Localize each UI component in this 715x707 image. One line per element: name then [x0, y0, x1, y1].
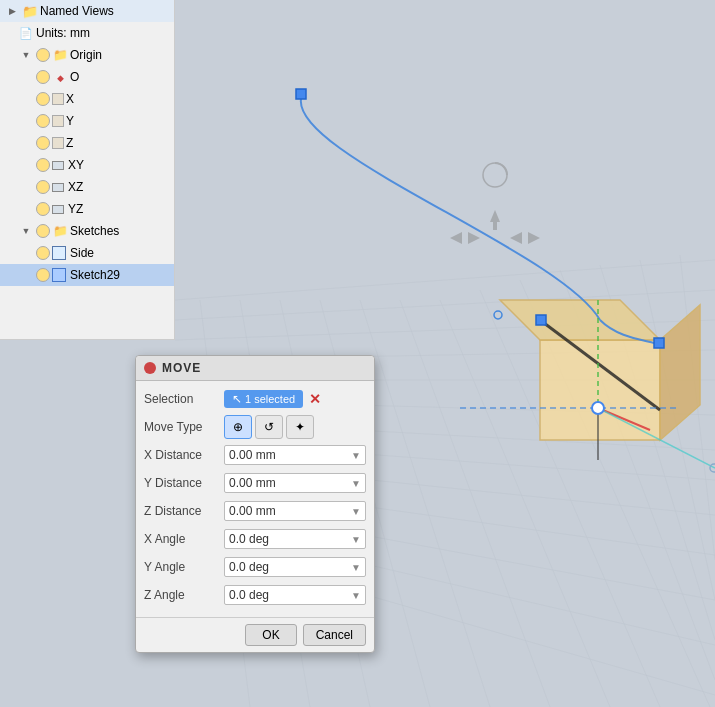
selection-row: Selection ↖ 1 selected ✕: [144, 387, 366, 411]
XY-plane-icon: [52, 161, 64, 170]
y-angle-text: 0.0 deg: [229, 560, 269, 574]
Y-axis-icon: [52, 115, 64, 127]
Y-bulb-icon: [36, 114, 50, 128]
clear-selection-button[interactable]: ✕: [307, 391, 323, 407]
X-label: X: [66, 92, 74, 106]
move-dialog: MOVE Selection ↖ 1 selected ✕ Move Type …: [135, 355, 375, 653]
free-icon: ✦: [295, 420, 305, 434]
YZ-plane-icon: [52, 205, 64, 214]
tree-item-Y[interactable]: Y: [0, 110, 174, 132]
z-angle-arrow: ▼: [351, 590, 361, 601]
origin-folder-icon: 📁: [52, 47, 68, 63]
Z-axis-icon: [52, 137, 64, 149]
selection-label: Selection: [144, 392, 224, 406]
y-distance-row: Y Distance 0.00 mm ▼: [144, 471, 366, 495]
tree-item-YZ[interactable]: YZ: [0, 198, 174, 220]
Sketch29-label: Sketch29: [70, 268, 120, 282]
free-transform-btn[interactable]: ✦: [286, 415, 314, 439]
O-point-icon: ⬥: [52, 69, 68, 85]
X-axis-icon: [52, 93, 64, 105]
dialog-body: Selection ↖ 1 selected ✕ Move Type ⊕ ↺: [136, 381, 374, 617]
svg-rect-37: [536, 315, 546, 325]
Sketch29-sketch-icon: [52, 268, 66, 282]
O-label: O: [70, 70, 79, 84]
move-type-buttons: ⊕ ↺ ✦: [224, 415, 314, 439]
z-angle-text: 0.0 deg: [229, 588, 269, 602]
selection-value: 1 selected: [245, 393, 295, 405]
y-distance-label: Y Distance: [144, 476, 224, 490]
Z-label: Z: [66, 136, 73, 150]
doc-icon: 📄: [18, 25, 34, 41]
dialog-close-dot[interactable]: [144, 362, 156, 374]
origin-bulb-icon: [36, 48, 50, 62]
y-distance-text: 0.00 mm: [229, 476, 276, 490]
translate-btn[interactable]: ⊕: [224, 415, 252, 439]
z-distance-text: 0.00 mm: [229, 504, 276, 518]
y-angle-value[interactable]: 0.0 deg ▼: [224, 557, 366, 577]
x-distance-arrow: ▼: [351, 450, 361, 461]
z-distance-value[interactable]: 0.00 mm ▼: [224, 501, 366, 521]
svg-rect-36: [296, 89, 306, 99]
cancel-button[interactable]: Cancel: [303, 624, 366, 646]
svg-rect-44: [493, 222, 497, 230]
tree-item-units[interactable]: 📄 Units: mm: [0, 22, 174, 44]
sketches-arrow-icon: ▼: [18, 223, 34, 239]
tree-item-origin-folder[interactable]: ▼ 📁 Origin: [0, 44, 174, 66]
XZ-bulb-icon: [36, 180, 50, 194]
Sketch29-bulb-icon: [36, 268, 50, 282]
XY-bulb-icon: [36, 158, 50, 172]
X-bulb-icon: [36, 92, 50, 106]
x-angle-value[interactable]: 0.0 deg ▼: [224, 529, 366, 549]
tree-item-Sketch29[interactable]: Sketch29: [0, 264, 174, 286]
y-distance-arrow: ▼: [351, 478, 361, 489]
Side-sketch-icon: [52, 246, 66, 260]
y-angle-row: Y Angle 0.0 deg ▼: [144, 555, 366, 579]
z-angle-label: Z Angle: [144, 588, 224, 602]
tree-item-Z[interactable]: Z: [0, 132, 174, 154]
cursor-icon: ↖: [232, 392, 242, 406]
sketches-bulb-icon: [36, 224, 50, 238]
move-type-label: Move Type: [144, 420, 224, 434]
x-distance-text: 0.00 mm: [229, 448, 276, 462]
YZ-label: YZ: [68, 202, 83, 216]
svg-rect-38: [654, 338, 664, 348]
z-angle-row: Z Angle 0.0 deg ▼: [144, 583, 366, 607]
Side-label: Side: [70, 246, 94, 260]
tree-item-sketches-folder[interactable]: ▼ 📁 Sketches: [0, 220, 174, 242]
x-distance-value[interactable]: 0.00 mm ▼: [224, 445, 366, 465]
Side-bulb-icon: [36, 246, 50, 260]
rotate-btn[interactable]: ↺: [255, 415, 283, 439]
tree-item-XY[interactable]: XY: [0, 154, 174, 176]
tree-panel: ▶ 📁 Named Views 📄 Units: mm ▼ 📁 Origin ⬥…: [0, 0, 175, 340]
y-angle-label: Y Angle: [144, 560, 224, 574]
x-distance-label: X Distance: [144, 448, 224, 462]
sketches-folder-icon: 📁: [52, 223, 68, 239]
YZ-bulb-icon: [36, 202, 50, 216]
sketches-label: Sketches: [70, 224, 119, 238]
Y-label: Y: [66, 114, 74, 128]
move-type-row: Move Type ⊕ ↺ ✦: [144, 415, 366, 439]
svg-marker-27: [540, 340, 660, 440]
XZ-plane-icon: [52, 183, 64, 192]
tree-item-X[interactable]: X: [0, 88, 174, 110]
z-angle-value[interactable]: 0.0 deg ▼: [224, 585, 366, 605]
XZ-label: XZ: [68, 180, 83, 194]
folder-icon: 📁: [22, 3, 38, 19]
collapse-arrow-icon: ▶: [4, 3, 20, 19]
tree-item-Side[interactable]: Side: [0, 242, 174, 264]
tree-item-named-views[interactable]: ▶ 📁 Named Views: [0, 0, 174, 22]
x-distance-row: X Distance 0.00 mm ▼: [144, 443, 366, 467]
x-angle-text: 0.0 deg: [229, 532, 269, 546]
y-distance-value[interactable]: 0.00 mm ▼: [224, 473, 366, 493]
tree-item-O[interactable]: ⬥ O: [0, 66, 174, 88]
selection-button[interactable]: ↖ 1 selected: [224, 390, 303, 408]
x-angle-row: X Angle 0.0 deg ▼: [144, 527, 366, 551]
Z-bulb-icon: [36, 136, 50, 150]
XY-label: XY: [68, 158, 84, 172]
svg-point-39: [592, 402, 604, 414]
ok-button[interactable]: OK: [245, 624, 296, 646]
origin-label: Origin: [70, 48, 102, 62]
dialog-footer: OK Cancel: [136, 617, 374, 652]
x-angle-arrow: ▼: [351, 534, 361, 545]
tree-item-XZ[interactable]: XZ: [0, 176, 174, 198]
